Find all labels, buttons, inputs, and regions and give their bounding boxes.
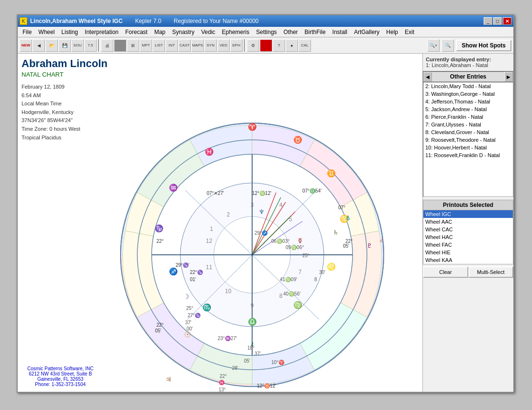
tb-btn6[interactable]: 7.5 [84,39,97,52]
chart-time-type: Local Mean Time [22,100,419,108]
svg-text:09♍06°: 09♍06° [286,244,304,251]
tb-new[interactable]: NEW [20,39,32,52]
tb-zoom-out[interactable]: 🔍 [442,39,454,52]
tb-btn15[interactable]: SYN [204,39,217,52]
svg-text:30': 30' [319,270,325,275]
printouts-section: Printouts Selected Wheel IGC Wheel AAC W… [423,200,513,264]
maximize-button[interactable]: □ [493,17,502,25]
chart-footer: Cosmic Patterns Software, INC 6212 NW 43… [27,366,93,387]
astro-wheel: 12 11 10 9 8 7 6 5 4 3 2 1 ♈ [113,116,391,392]
svg-text:37': 37' [185,320,191,325]
printout-item-0[interactable]: Wheel IGC [423,210,513,218]
app-name: Kepler 7.0 [135,18,161,24]
footer-company: Cosmic Patterns Software, INC [27,366,93,371]
tb-zoom-in[interactable]: 🔍+ [427,39,440,52]
toolbar: NEW ◀ 📂 💾 SOU 7.5 🖨 ⊞ MPT LIST INT CAST … [18,37,513,54]
svg-text:♃: ♃ [166,376,172,383]
printout-item-5[interactable]: Wheel HIE [423,249,513,256]
prev-entry-button[interactable]: ◀ [423,72,432,81]
printout-item-3[interactable]: Wheel HAC [423,233,513,241]
entry-item-8[interactable]: 10: Hoover,Herbert - Natal [423,144,513,151]
tb-settings[interactable]: ⚙ [247,39,259,52]
chart-date: February 12, 1809 [22,83,419,91]
tb-save[interactable]: 💾 [58,39,71,52]
menu-map[interactable]: Map [151,28,168,36]
show-hotspots-button[interactable]: Show Hot Spots [456,40,511,51]
menu-vedic[interactable]: Vedic [198,28,218,36]
close-button[interactable]: ✕ [503,17,511,25]
other-entries-title: Other Entries [432,73,504,80]
tb-btn14[interactable]: MAPS [191,39,204,52]
tb-btn5[interactable]: SOU [71,39,84,52]
menu-other[interactable]: Other [281,28,301,36]
tb-btn13[interactable]: CAST [178,39,191,52]
tb-btn9[interactable]: ⊞ [127,39,139,52]
toolbar-separator-1 [98,39,100,52]
menu-help[interactable]: Help [383,28,401,36]
tb-btn22[interactable]: CAL [299,39,311,52]
menu-exit[interactable]: Exit [402,28,417,36]
entry-item-6[interactable]: 8: Cleveland,Grover - Natal [423,128,513,136]
tb-btn10[interactable]: MPT [140,39,152,52]
entries-list: 2: Lincoln,Mary Todd - Natal 3: Washingt… [423,82,513,197]
entry-item-3[interactable]: 5: Jackson,Andrew - Natal [423,105,513,113]
title-bar: K Lincoln,Abraham Wheel Style IGC Kepler… [18,15,513,27]
entry-item-7[interactable]: 9: Roosevelt,Theodore - Natal [423,136,513,144]
svg-text:♐: ♐ [169,267,178,276]
tb-back[interactable]: ◀ [33,39,45,52]
menu-interpretation[interactable]: Interpretation [82,28,122,36]
menu-birthfile[interactable]: BirthFile [302,28,329,36]
main-window: K Lincoln,Abraham Wheel Style IGC Kepler… [17,14,514,393]
menu-forecast[interactable]: Forecast [122,28,151,36]
tb-btn19[interactable] [260,39,272,52]
svg-text:♌: ♌ [327,262,336,271]
menu-install[interactable]: Install [330,28,350,36]
tb-print[interactable]: 🖨 [101,39,113,52]
chart-area: Abraham Lincoln NATAL CHART February 12,… [18,54,422,392]
menu-artgallery[interactable]: ArtGallery [351,28,382,36]
svg-text:☉: ☉ [184,330,191,339]
toolbar-right: 🔍+ 🔍 Show Hot Spots [427,39,511,52]
tb-btn21[interactable]: ♠ [286,39,298,52]
printout-item-4[interactable]: Wheel FAC [423,241,513,249]
tb-btn8[interactable] [114,39,126,52]
tb-open[interactable]: 📂 [45,39,58,52]
tb-btn11[interactable]: LIST [153,39,165,52]
svg-text:18°: 18° [247,345,255,351]
minimize-button[interactable]: _ [484,17,492,25]
clear-button[interactable]: Clear [423,266,468,278]
svg-text:11: 11 [206,264,212,271]
tb-btn16[interactable]: VED [217,39,230,52]
entry-item-9[interactable]: 11: Roosevelt,Franklin D - Natal [423,151,513,159]
svg-text:12°♉12': 12°♉12' [257,383,276,389]
sidebar: Currently displayed entry: 1: Lincoln,Ab… [422,54,513,392]
svg-text:22°: 22° [156,239,164,244]
svg-text:9: 9 [251,302,254,309]
tb-btn20[interactable]: ? [273,39,285,52]
printout-item-1[interactable]: Wheel AAC [423,218,513,226]
tb-btn17[interactable]: EPH [230,39,243,52]
next-entry-button[interactable]: ▶ [504,72,513,81]
menu-ephemeris[interactable]: Ephemeris [219,28,252,36]
svg-text:12: 12 [206,238,212,244]
entry-item-2[interactable]: 4: Jefferson,Thomas - Natal [423,98,513,105]
menu-synastry[interactable]: Synastry [169,28,198,36]
current-entry-section: Currently displayed entry: 1: Lincoln,Ab… [423,54,513,71]
svg-text:22°: 22° [156,322,164,328]
multiselect-button[interactable]: Multi-Select [468,266,514,278]
entry-item-0[interactable]: 2: Lincoln,Mary Todd - Natal [423,82,513,90]
tb-btn12[interactable]: INT [166,39,178,52]
sidebar-buttons: Clear Multi-Select [423,266,513,278]
entry-item-5[interactable]: 7: Grant,Ulysses - Natal [423,121,513,128]
printout-item-2[interactable]: Wheel CAC [423,226,513,233]
svg-text:10: 10 [225,288,232,295]
printout-item-6[interactable]: Wheel KAA [423,256,513,264]
svg-text:♇: ♇ [367,242,372,249]
menu-settings[interactable]: Settings [253,28,279,36]
entry-item-4[interactable]: 6: Pierce,Franklin - Natal [423,113,513,121]
menu-wheel[interactable]: Wheel [35,28,57,36]
menu-listing[interactable]: Listing [58,28,81,36]
entry-item-1[interactable]: 3: Washington,George - Natal [423,90,513,98]
menu-file[interactable]: File [20,28,34,36]
svg-text:♓: ♓ [205,148,214,156]
